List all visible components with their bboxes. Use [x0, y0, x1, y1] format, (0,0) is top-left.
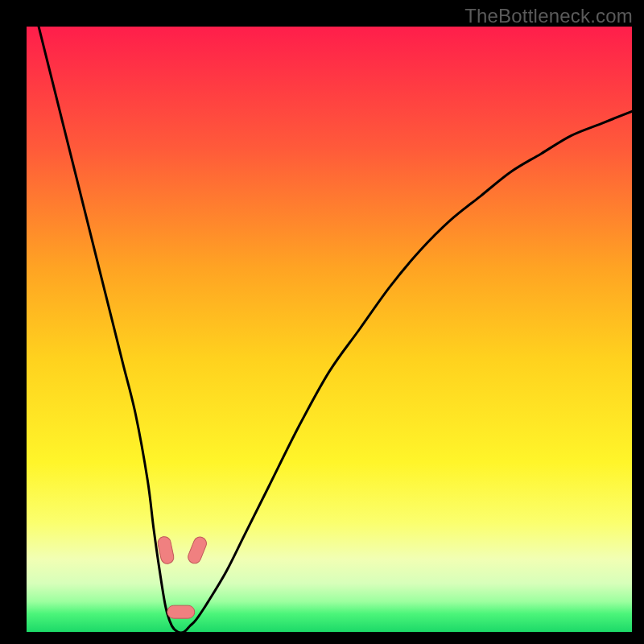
chart-frame: TheBottleneck.com	[0, 0, 644, 644]
curve-marker	[186, 535, 208, 566]
curve-marker	[167, 605, 195, 618]
watermark-text: TheBottleneck.com	[464, 5, 633, 27]
curve-marker	[157, 535, 175, 565]
bottleneck-curve	[27, 27, 632, 632]
plot-area	[27, 27, 632, 632]
